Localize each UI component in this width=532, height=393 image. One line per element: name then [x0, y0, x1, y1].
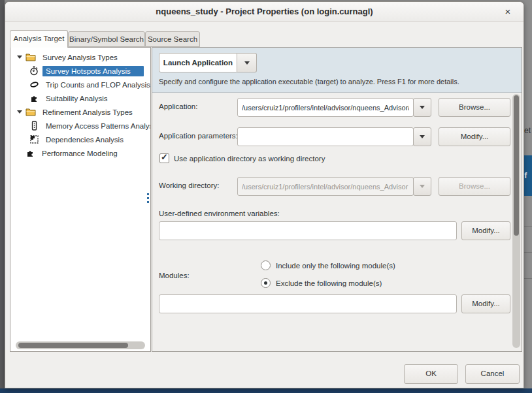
dependencies-icon — [29, 134, 39, 145]
chevron-down-icon — [420, 106, 425, 109]
close-icon[interactable]: × — [501, 5, 514, 18]
background-window-left-edge — [0, 0, 5, 393]
puzzle-icon — [25, 148, 35, 159]
application-parameters-label: Application parameters: — [159, 132, 238, 140]
background-window-bottom-edge — [0, 388, 532, 393]
working-directory-dropdown — [413, 177, 431, 196]
tree-item-label: Performance Modeling — [39, 148, 121, 159]
tree-item-label: Memory Access Patterns Analysis — [42, 121, 150, 131]
tree-item-suitability-analysis[interactable]: Suitability Analysis — [10, 91, 150, 105]
memory-icon — [29, 121, 39, 131]
tab-source-search[interactable]: Source Search — [145, 31, 200, 47]
application-parameters-dropdown[interactable] — [413, 127, 431, 146]
launch-header: Launch Application Specify and configure… — [152, 48, 522, 93]
application-parameters-input[interactable] — [237, 127, 414, 146]
tree-item-trip-counts-flop[interactable]: Trip Counts and FLOP Analysis — [10, 78, 150, 91]
tree-item-dependencies-analysis[interactable]: Dependencies Analysis — [10, 133, 150, 146]
env-vars-label: User-defined environment variables: — [159, 210, 280, 217]
expander-arrow-icon[interactable] — [17, 110, 22, 114]
folder-icon — [25, 52, 36, 63]
application-history-dropdown[interactable] — [413, 98, 431, 117]
background-blue-badge: lf — [524, 155, 532, 196]
tree-item-label: Dependencies Analysis — [42, 134, 127, 145]
modules-modify-button[interactable]: Modify... — [461, 294, 510, 313]
folder-icon — [25, 107, 36, 118]
tree-item-label: Refinement Analysis Types — [39, 107, 136, 118]
modules-input[interactable] — [159, 294, 457, 313]
header-description: Specify and configure the application ex… — [159, 78, 459, 86]
background-row-divider — [524, 278, 532, 279]
launch-mode-value[interactable]: Launch Application — [159, 53, 237, 72]
modules-include-radio[interactable] — [261, 260, 271, 270]
modules-exclude-label[interactable]: Exclude the following module(s) — [276, 279, 382, 287]
background-row-divider — [524, 252, 532, 253]
modules-exclude-radio[interactable] — [261, 278, 271, 288]
chevron-down-icon — [244, 61, 250, 65]
title-bar[interactable]: nqueens_study - Project Properties (on l… — [5, 2, 524, 22]
tree-item-survey-analysis-types[interactable]: Survey Analysis Types — [10, 50, 150, 64]
tree-horizontal-scrollbar[interactable] — [16, 341, 145, 349]
stopwatch-icon — [29, 66, 39, 76]
analysis-target-form: Launch Application Specify and configure… — [152, 47, 522, 352]
project-properties-dialog: nqueens_study - Project Properties (on l… — [5, 1, 524, 388]
application-parameters-modify-button[interactable]: Modify... — [439, 127, 510, 146]
use-app-dir-checkbox[interactable]: ✓ — [159, 153, 169, 163]
expander-arrow-icon[interactable] — [17, 55, 22, 59]
application-label: Application: — [159, 102, 197, 110]
use-app-dir-label[interactable]: Use application directory as working dir… — [174, 155, 325, 163]
env-vars-input[interactable] — [159, 221, 457, 240]
tree-item-survey-hotspots-analysis[interactable]: Survey Hotspots Analysis — [10, 64, 150, 78]
window-title: nqueens_study - Project Properties (on l… — [5, 7, 524, 16]
tree-horizontal-scrollbar-thumb[interactable] — [18, 343, 128, 348]
tree-item-label: Suitability Analysis — [42, 93, 111, 104]
tree-item-label: Survey Hotspots Analysis — [42, 66, 144, 76]
working-directory-browse-button: Browse... — [439, 177, 510, 196]
tree-item-label: Trip Counts and FLOP Analysis — [42, 80, 150, 90]
background-row-divider — [524, 226, 532, 227]
launch-mode-combobox[interactable]: Launch Application — [159, 53, 257, 72]
ok-button[interactable]: OK — [404, 364, 458, 384]
background-text-fragment: et — [524, 126, 531, 135]
cancel-button[interactable]: Cancel — [465, 364, 520, 384]
tab-binary-symbol-search[interactable]: Binary/Symbol Search — [68, 31, 145, 47]
form-vertical-scrollbar[interactable] — [512, 94, 520, 348]
working-directory-label: Working directory: — [159, 181, 219, 189]
env-vars-modify-button[interactable]: Modify... — [461, 221, 510, 240]
modules-label: Modules: — [159, 272, 190, 279]
puzzle-icon — [29, 93, 39, 104]
application-browse-button[interactable]: Browse... — [439, 98, 510, 117]
working-directory-input — [237, 177, 414, 196]
tree-item-label: Survey Analysis Types — [39, 52, 121, 63]
chevron-down-icon — [420, 185, 425, 188]
application-input[interactable] — [237, 98, 414, 117]
modules-include-label[interactable]: Include only the following module(s) — [276, 262, 395, 270]
launch-mode-dropdown-button[interactable] — [237, 53, 257, 72]
tab-analysis-target[interactable]: Analysis Target — [10, 30, 68, 48]
chevron-down-icon — [420, 135, 425, 138]
analysis-type-tree: Survey Analysis Types Survey Hotspots An… — [10, 47, 151, 352]
tree-item-performance-modeling[interactable]: Performance Modeling — [10, 146, 150, 160]
loop-icon — [29, 80, 39, 90]
checkmark-icon: ✓ — [161, 152, 168, 162]
tree-item-refinement-analysis-types[interactable]: Refinement Analysis Types — [10, 105, 150, 119]
tree-item-memory-access-patterns[interactable]: Memory Access Patterns Analysis — [10, 119, 150, 133]
pane-splitter-handle[interactable] — [147, 193, 150, 205]
form-vertical-scrollbar-thumb[interactable] — [514, 95, 519, 236]
